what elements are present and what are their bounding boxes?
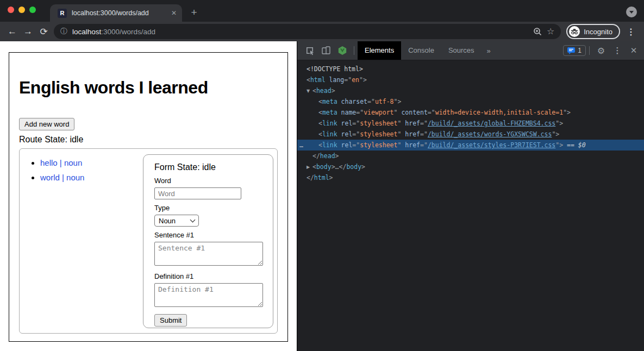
tab-console[interactable]: Console <box>401 41 441 60</box>
tab-title: localhost:3000/words/add <box>72 9 168 17</box>
expand-arrow-icon[interactable]: ▶ <box>307 162 312 173</box>
code-token-punct: </ <box>307 174 314 181</box>
code-token-punct: " <box>397 120 405 127</box>
code-token-punct: "> <box>555 141 563 149</box>
more-tabs-icon[interactable]: » <box>482 47 496 55</box>
node-overflow-dots-icon[interactable]: … <box>299 140 304 151</box>
code-token-value: viewport <box>364 109 393 116</box>
code-token-punct: < <box>312 163 316 171</box>
submit-button[interactable]: Submit <box>154 314 187 327</box>
dom-tree-node[interactable]: <!DOCTYPE html> <box>297 64 644 74</box>
code-token-punct: =" <box>428 109 435 116</box>
back-button[interactable]: ← <box>4 26 20 37</box>
toolbar-divider <box>354 46 354 55</box>
code-token-punct: > <box>329 174 333 181</box>
code-token-tag: meta <box>322 109 337 116</box>
tab-elements[interactable]: Elements <box>358 41 401 60</box>
vue-devtools-icon[interactable] <box>334 46 351 55</box>
code-token-punct: =" <box>420 120 428 127</box>
code-token-punct: > <box>332 87 335 95</box>
url-host: localhost <box>72 28 101 36</box>
code-token-punct: "> <box>359 76 367 84</box>
minimize-window-button[interactable] <box>18 7 25 13</box>
devtools-toolbar: Elements Console Sources » 1 ⚙ ⋮ ✕ <box>297 41 644 60</box>
word-input[interactable] <box>154 187 241 199</box>
dom-tree-node[interactable]: <meta charset="utf-8"> <box>297 96 644 107</box>
code-token-punct: < <box>318 141 322 149</box>
dom-tree-node[interactable]: ▶<body>…</body> <box>297 161 644 172</box>
code-token-plain <box>326 76 329 84</box>
settings-gear-icon[interactable]: ⚙ <box>593 46 609 56</box>
word-link-world[interactable]: world | noun <box>40 173 84 182</box>
code-token-attr: name <box>341 109 357 116</box>
code-token-plain <box>337 109 341 116</box>
profile-chevron-button[interactable] <box>626 7 637 17</box>
incognito-badge: Incognito <box>566 24 620 39</box>
code-token-attr: rel <box>341 130 353 138</box>
definition-textarea[interactable] <box>154 283 263 307</box>
code-token-punct: "> <box>563 109 571 116</box>
code-token-value: stylesheet <box>360 120 397 127</box>
code-token-tag: head <box>316 87 332 95</box>
dom-tree-node[interactable]: <meta name="viewport" content="width=dev… <box>297 107 644 118</box>
content-area: English words I learned Add new word Rou… <box>0 41 644 351</box>
code-token-punct: < <box>307 76 310 84</box>
forward-button[interactable]: → <box>20 26 36 37</box>
dom-tree-node[interactable]: ▼<head> <box>297 85 644 96</box>
devtools-close-icon[interactable]: ✕ <box>626 46 642 55</box>
zoom-icon[interactable] <box>533 27 542 36</box>
new-tab-button[interactable]: + <box>187 7 201 18</box>
dom-tree-node[interactable]: </html> <box>297 172 644 183</box>
browser-tab[interactable]: R localhost:3000/words/add ✕ <box>50 4 182 22</box>
code-token-punct: =" <box>352 130 360 138</box>
app-container: English words I learned Add new word Rou… <box>9 52 288 342</box>
browser-toolbar: ← → ⟳ ⓘ localhost:3000/words/add ☆ Incog… <box>0 22 644 41</box>
code-token-tag: link <box>322 141 337 149</box>
code-token-attr: content <box>401 109 427 116</box>
zoom-window-button[interactable] <box>29 7 36 13</box>
reload-button[interactable]: ⟳ <box>36 26 52 37</box>
word-link-hello[interactable]: hello | noun <box>40 158 82 167</box>
dom-tree-node[interactable]: …<link rel="stylesheet" href="/build/_as… <box>297 140 644 151</box>
code-token-value: width=device-width,initial-scale=1 <box>435 109 563 116</box>
code-token-punct: =" <box>356 109 364 116</box>
code-token-punct: =" <box>344 76 352 84</box>
toolbar-divider <box>589 46 590 55</box>
bookmark-star-icon[interactable]: ☆ <box>547 27 554 36</box>
devtools-menu-icon[interactable]: ⋮ <box>609 46 626 55</box>
issues-counter[interactable]: 1 <box>563 45 586 56</box>
expand-arrow-icon[interactable]: ▼ <box>307 86 312 97</box>
dom-tree-node[interactable]: </head> <box>297 151 644 161</box>
incognito-icon <box>569 26 580 37</box>
dom-tree-node[interactable]: <link rel="stylesheet" href="/build/_ass… <box>297 118 644 129</box>
add-new-word-button[interactable]: Add new word <box>19 118 74 130</box>
site-info-icon[interactable]: ⓘ <box>60 27 67 36</box>
code-token-punct: < <box>312 87 316 95</box>
code-token-punct: =" <box>352 141 360 149</box>
devtools-panel: Elements Console Sources » 1 ⚙ ⋮ ✕ <!DOC… <box>297 41 644 351</box>
code-token-link: /build/_assets/styles-P3R7IEST.css <box>428 141 555 149</box>
type-select[interactable]: Noun <box>154 215 199 227</box>
browser-menu-icon[interactable]: ⋮ <box>627 27 635 37</box>
type-select-value: Noun <box>159 217 176 225</box>
code-token-plain: <!DOCTYPE html> <box>307 65 363 73</box>
close-tab-icon[interactable]: ✕ <box>171 9 177 17</box>
page-title: English words I learned <box>19 78 287 98</box>
code-token-tag: body <box>346 163 361 171</box>
code-token-punct: < <box>318 109 322 116</box>
inspect-element-icon[interactable] <box>302 46 318 55</box>
dom-tree-node[interactable]: <html lang="en"> <box>297 74 644 85</box>
url-bar[interactable]: ⓘ localhost:3000/words/add ☆ <box>54 24 561 39</box>
code-token-link: /build/_assets/words-YGXSWCSW.css <box>428 130 552 138</box>
page-viewport: English words I learned Add new word Rou… <box>0 41 297 351</box>
device-toolbar-icon[interactable] <box>318 46 334 55</box>
tab-strip: R localhost:3000/words/add ✕ + <box>0 0 644 22</box>
dom-tree-node[interactable]: <link rel="stylesheet" href="/build/_ass… <box>297 129 644 140</box>
code-token-punct: " <box>394 109 402 116</box>
code-token-punct: "> <box>555 120 563 127</box>
sentence-textarea[interactable] <box>154 242 263 266</box>
url-path: :3000/words/add <box>101 28 155 36</box>
code-token-punct: < <box>318 98 322 105</box>
tab-sources[interactable]: Sources <box>441 41 482 60</box>
close-window-button[interactable] <box>8 7 14 13</box>
